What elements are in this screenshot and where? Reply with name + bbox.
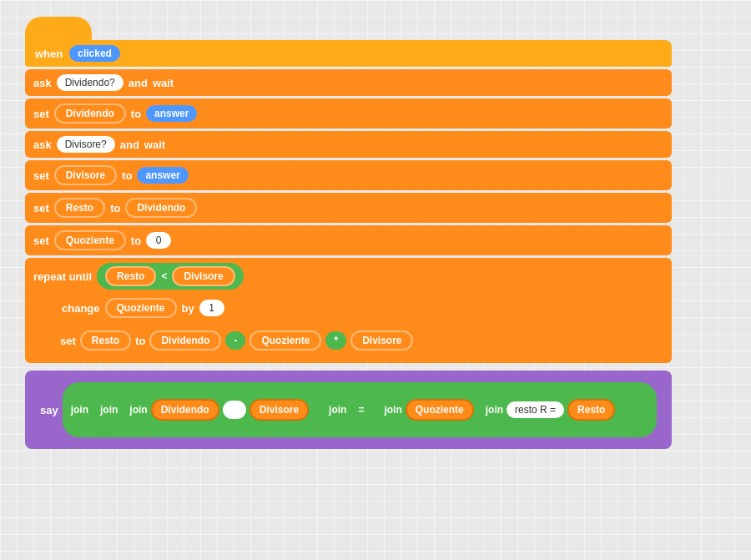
divisore-var-1[interactable]: Divisore	[54, 165, 117, 185]
to-label-1: to	[131, 108, 141, 120]
to-label-3: to	[110, 202, 120, 214]
set-label-1: set	[33, 108, 49, 120]
flag-button[interactable]: clicked	[69, 45, 120, 62]
join-4-label: join	[329, 404, 346, 416]
times-op: *	[325, 331, 346, 350]
quoziente-expr[interactable]: Quoziente	[249, 330, 321, 351]
quoziente-var-2[interactable]: Quoziente	[105, 298, 177, 318]
repeat-label: repeat until	[33, 270, 92, 283]
set-label-3: set	[33, 202, 49, 214]
one-value[interactable]: 1	[199, 300, 224, 316]
repeat-inner-blocks: change Quoziente by 1 set Resto to Divid…	[53, 293, 663, 358]
resto-r-label: resto R =	[507, 401, 564, 418]
resto-cond[interactable]: Resto	[105, 266, 156, 286]
minus-op: -	[225, 331, 245, 350]
ask-dividendo-block[interactable]: ask Dividendo? and wait	[25, 69, 672, 96]
by-label: by	[182, 302, 194, 315]
ask-label: ask	[33, 77, 52, 89]
eq-op: =	[350, 401, 372, 419]
say-label: say	[40, 404, 58, 416]
resto-var-2[interactable]: Resto	[80, 330, 131, 351]
say-block-wrapper: say join join join Dividendo Divisore j	[25, 371, 672, 449]
join-3-label: join	[129, 404, 147, 416]
oval-separator	[223, 401, 246, 419]
join-4: join = join Quoziente join resto R = Res…	[320, 389, 640, 431]
when-label: when	[35, 48, 63, 60]
set-label-5: set	[60, 335, 76, 347]
answer-value-1[interactable]: answer	[146, 105, 197, 122]
divisore-say[interactable]: Divisore	[249, 399, 309, 421]
dividendo-var-1[interactable]: Dividendo	[54, 103, 126, 124]
join-6-label: join	[486, 404, 503, 416]
ask-label-2: ask	[33, 139, 52, 151]
dividendo-expr[interactable]: Dividendo	[149, 330, 221, 351]
say-block[interactable]: say join join join Dividendo Divisore j	[32, 376, 665, 444]
change-quoziente-block[interactable]: change Quoziente by 1	[53, 293, 663, 323]
join-2: join join Dividendo Divisore join = join	[92, 386, 648, 434]
set-resto-expr-block[interactable]: set Resto to Dividendo - Quoziente * Div…	[53, 325, 663, 356]
ask-divisore-block[interactable]: ask Divisore? and wait	[25, 131, 672, 158]
and-label: and	[129, 77, 148, 89]
hat-body: when clicked	[25, 40, 672, 67]
set-dividendo-block[interactable]: set Dividendo to answer	[25, 98, 672, 129]
set-divisore-block[interactable]: set Divisore to answer	[25, 160, 672, 190]
to-label-5: to	[135, 335, 145, 347]
change-label: change	[62, 302, 100, 315]
scratch-blocks-container: when clicked ask Dividendo? and wait set…	[25, 17, 672, 449]
when-clicked-block[interactable]: when clicked	[25, 17, 672, 67]
wait-label: wait	[153, 77, 174, 89]
divisore-cond[interactable]: Divisore	[172, 266, 234, 286]
join-5-label: join	[384, 404, 401, 416]
to-label-4: to	[131, 235, 141, 247]
to-label-2: to	[122, 169, 132, 182]
set-resto-block[interactable]: set Resto to Dividendo	[25, 193, 672, 223]
join-6: join resto R = Resto	[477, 396, 624, 424]
quoziente-say[interactable]: Quoziente	[406, 399, 474, 421]
zero-value[interactable]: 0	[146, 232, 171, 249]
join-1-label: join	[71, 404, 88, 416]
resto-say[interactable]: Resto	[567, 399, 615, 421]
dividendo-say[interactable]: Dividendo	[151, 399, 219, 421]
answer-value-2[interactable]: answer	[137, 167, 188, 184]
quoziente-var-1[interactable]: Quoziente	[54, 230, 126, 250]
divisore-expr[interactable]: Divisore	[350, 330, 413, 351]
hat-curve	[25, 17, 92, 40]
join-1: join join join Dividendo Divisore join =	[63, 382, 658, 437]
join-3: join Dividendo Divisore	[121, 396, 317, 424]
blocks-stack: when clicked ask Dividendo? and wait set…	[25, 17, 672, 449]
set-label-2: set	[33, 169, 49, 182]
dividendo-var-2[interactable]: Dividendo	[125, 198, 197, 218]
join-5: join Quoziente join resto R = Resto	[376, 392, 632, 427]
repeat-condition: Resto < Divisore	[97, 263, 244, 290]
ask-divisore-value[interactable]: Divisore?	[57, 136, 115, 153]
join-2-label: join	[100, 404, 118, 416]
and-label-2: and	[120, 139, 139, 151]
resto-var-1[interactable]: Resto	[54, 198, 105, 218]
lt-operator: <	[161, 270, 167, 282]
set-quoziente-block[interactable]: set Quoziente to 0	[25, 225, 672, 255]
repeat-header: repeat until Resto < Divisore	[33, 263, 663, 290]
wait-label-2: wait	[144, 139, 165, 151]
repeat-until-block[interactable]: repeat until Resto < Divisore change Quo…	[25, 258, 672, 363]
ask-dividendo-value[interactable]: Dividendo?	[57, 74, 123, 91]
set-label-4: set	[33, 235, 49, 247]
